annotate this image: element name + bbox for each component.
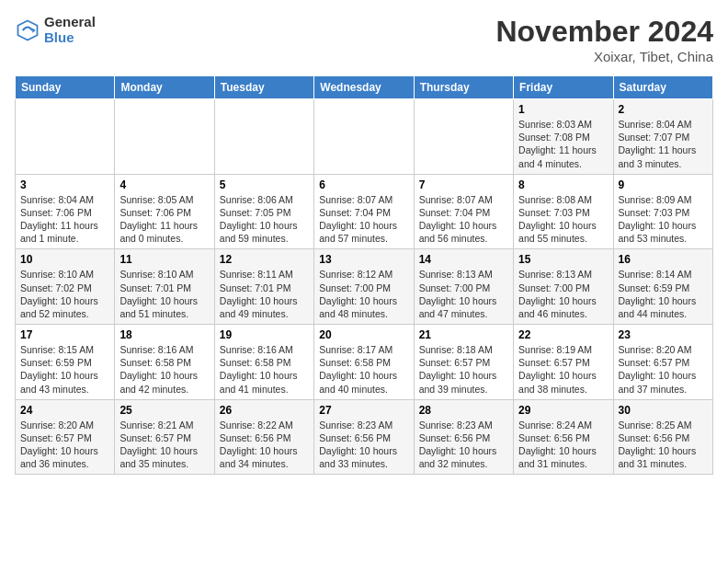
day-info: Sunrise: 8:20 AMSunset: 6:57 PMDaylight:… [619, 343, 708, 396]
calendar-cell: 1Sunrise: 8:03 AMSunset: 7:08 PMDaylight… [514, 99, 613, 175]
day-number: 30 [619, 404, 708, 417]
day-number: 3 [20, 178, 109, 191]
day-info: Sunrise: 8:17 AMSunset: 6:58 PMDaylight:… [319, 343, 408, 396]
day-number: 20 [319, 328, 408, 341]
col-header-friday: Friday [514, 76, 613, 99]
calendar-cell: 12Sunrise: 8:11 AMSunset: 7:01 PMDayligh… [214, 249, 313, 325]
day-number: 1 [518, 103, 608, 116]
day-info: Sunrise: 8:15 AMSunset: 6:59 PMDaylight:… [20, 343, 109, 396]
logo-text: General Blue [44, 15, 96, 45]
day-info: Sunrise: 8:12 AMSunset: 7:00 PMDaylight:… [319, 268, 408, 320]
day-number: 21 [419, 328, 508, 341]
week-row-2: 10Sunrise: 8:10 AMSunset: 7:02 PMDayligh… [16, 249, 713, 325]
day-info: Sunrise: 8:25 AMSunset: 6:56 PMDaylight:… [619, 419, 708, 471]
calendar-cell [16, 99, 115, 175]
calendar-cell: 14Sunrise: 8:13 AMSunset: 7:00 PMDayligh… [414, 249, 513, 325]
day-number: 12 [220, 253, 309, 266]
day-number: 24 [20, 404, 109, 417]
day-number: 4 [119, 178, 209, 191]
calendar-cell: 28Sunrise: 8:23 AMSunset: 6:56 PMDayligh… [414, 399, 513, 475]
calendar-cell: 21Sunrise: 8:18 AMSunset: 6:57 PMDayligh… [414, 325, 513, 400]
col-header-tuesday: Tuesday [214, 76, 313, 99]
calendar-cell: 16Sunrise: 8:14 AMSunset: 6:59 PMDayligh… [613, 249, 712, 325]
calendar-body: 1Sunrise: 8:03 AMSunset: 7:08 PMDaylight… [16, 99, 713, 475]
calendar-cell: 8Sunrise: 8:08 AMSunset: 7:03 PMDaylight… [514, 174, 613, 249]
day-number: 13 [319, 253, 408, 266]
day-info: Sunrise: 8:13 AMSunset: 7:00 PMDaylight:… [419, 268, 508, 320]
logo: General Blue [15, 15, 96, 45]
calendar-cell: 24Sunrise: 8:20 AMSunset: 6:57 PMDayligh… [16, 399, 115, 475]
day-info: Sunrise: 8:13 AMSunset: 7:00 PMDaylight:… [518, 268, 608, 320]
calendar-cell: 18Sunrise: 8:16 AMSunset: 6:58 PMDayligh… [115, 325, 214, 400]
day-number: 23 [619, 328, 708, 341]
day-number: 5 [220, 178, 309, 191]
day-info: Sunrise: 8:16 AMSunset: 6:58 PMDaylight:… [119, 343, 209, 396]
day-number: 18 [119, 328, 209, 341]
day-info: Sunrise: 8:23 AMSunset: 6:56 PMDaylight:… [419, 419, 508, 471]
day-number: 28 [419, 404, 508, 417]
day-info: Sunrise: 8:05 AMSunset: 7:06 PMDaylight:… [119, 193, 209, 246]
calendar-cell: 27Sunrise: 8:23 AMSunset: 6:56 PMDayligh… [314, 399, 414, 475]
day-number: 10 [20, 253, 109, 266]
day-info: Sunrise: 8:06 AMSunset: 7:05 PMDaylight:… [220, 193, 309, 246]
calendar-cell: 23Sunrise: 8:20 AMSunset: 6:57 PMDayligh… [613, 325, 712, 400]
calendar-cell: 9Sunrise: 8:09 AMSunset: 7:03 PMDaylight… [613, 174, 712, 249]
day-number: 25 [119, 404, 209, 417]
logo-icon [15, 17, 40, 43]
day-info: Sunrise: 8:07 AMSunset: 7:04 PMDaylight:… [319, 193, 408, 246]
day-info: Sunrise: 8:04 AMSunset: 7:06 PMDaylight:… [20, 193, 109, 246]
col-header-sunday: Sunday [16, 76, 115, 99]
col-header-thursday: Thursday [414, 76, 513, 99]
day-number: 15 [518, 253, 608, 266]
day-number: 11 [119, 253, 209, 266]
day-number: 8 [518, 178, 608, 191]
day-info: Sunrise: 8:07 AMSunset: 7:04 PMDaylight:… [419, 193, 508, 246]
col-header-wednesday: Wednesday [314, 76, 414, 99]
calendar-cell: 2Sunrise: 8:04 AMSunset: 7:07 PMDaylight… [613, 99, 712, 175]
calendar-cell: 13Sunrise: 8:12 AMSunset: 7:00 PMDayligh… [314, 249, 414, 325]
calendar-cell: 26Sunrise: 8:22 AMSunset: 6:56 PMDayligh… [214, 399, 313, 475]
day-info: Sunrise: 8:10 AMSunset: 7:02 PMDaylight:… [20, 268, 109, 320]
day-number: 27 [319, 404, 408, 417]
logo-line2: Blue [44, 30, 96, 46]
day-number: 19 [220, 328, 309, 341]
page-header: General Blue November 2024 Xoixar, Tibet… [15, 15, 713, 64]
header-row: SundayMondayTuesdayWednesdayThursdayFrid… [16, 76, 713, 99]
col-header-monday: Monday [115, 76, 214, 99]
calendar-cell [214, 99, 313, 175]
day-info: Sunrise: 8:19 AMSunset: 6:57 PMDaylight:… [518, 343, 608, 396]
day-info: Sunrise: 8:18 AMSunset: 6:57 PMDaylight:… [419, 343, 508, 396]
calendar-cell: 3Sunrise: 8:04 AMSunset: 7:06 PMDaylight… [16, 174, 115, 249]
calendar-cell [414, 99, 513, 175]
calendar-cell: 11Sunrise: 8:10 AMSunset: 7:01 PMDayligh… [115, 249, 214, 325]
day-number: 9 [619, 178, 708, 191]
day-number: 17 [20, 328, 109, 341]
day-number: 16 [619, 253, 708, 266]
day-number: 22 [518, 328, 608, 341]
calendar-cell: 17Sunrise: 8:15 AMSunset: 6:59 PMDayligh… [16, 325, 115, 400]
calendar-cell: 4Sunrise: 8:05 AMSunset: 7:06 PMDaylight… [115, 174, 214, 249]
day-info: Sunrise: 8:21 AMSunset: 6:57 PMDaylight:… [119, 419, 209, 471]
day-info: Sunrise: 8:08 AMSunset: 7:03 PMDaylight:… [518, 193, 608, 246]
calendar-cell: 10Sunrise: 8:10 AMSunset: 7:02 PMDayligh… [16, 249, 115, 325]
day-info: Sunrise: 8:24 AMSunset: 6:56 PMDaylight:… [518, 419, 608, 471]
calendar-cell: 19Sunrise: 8:16 AMSunset: 6:58 PMDayligh… [214, 325, 313, 400]
calendar-header: SundayMondayTuesdayWednesdayThursdayFrid… [16, 76, 713, 99]
calendar-cell: 7Sunrise: 8:07 AMSunset: 7:04 PMDaylight… [414, 174, 513, 249]
week-row-1: 3Sunrise: 8:04 AMSunset: 7:06 PMDaylight… [16, 174, 713, 249]
calendar-cell: 20Sunrise: 8:17 AMSunset: 6:58 PMDayligh… [314, 325, 414, 400]
calendar-cell: 22Sunrise: 8:19 AMSunset: 6:57 PMDayligh… [514, 325, 613, 400]
calendar-cell [115, 99, 214, 175]
calendar-cell: 6Sunrise: 8:07 AMSunset: 7:04 PMDaylight… [314, 174, 414, 249]
day-info: Sunrise: 8:22 AMSunset: 6:56 PMDaylight:… [220, 419, 309, 471]
calendar-cell: 5Sunrise: 8:06 AMSunset: 7:05 PMDaylight… [214, 174, 313, 249]
page-subtitle: Xoixar, Tibet, China [495, 49, 713, 64]
day-info: Sunrise: 8:03 AMSunset: 7:08 PMDaylight:… [518, 118, 608, 170]
day-number: 14 [419, 253, 508, 266]
page-title: November 2024 [495, 15, 713, 49]
day-number: 6 [319, 178, 408, 191]
calendar-cell [314, 99, 414, 175]
day-info: Sunrise: 8:20 AMSunset: 6:57 PMDaylight:… [20, 419, 109, 471]
day-info: Sunrise: 8:14 AMSunset: 6:59 PMDaylight:… [619, 268, 708, 320]
day-info: Sunrise: 8:16 AMSunset: 6:58 PMDaylight:… [220, 343, 309, 396]
